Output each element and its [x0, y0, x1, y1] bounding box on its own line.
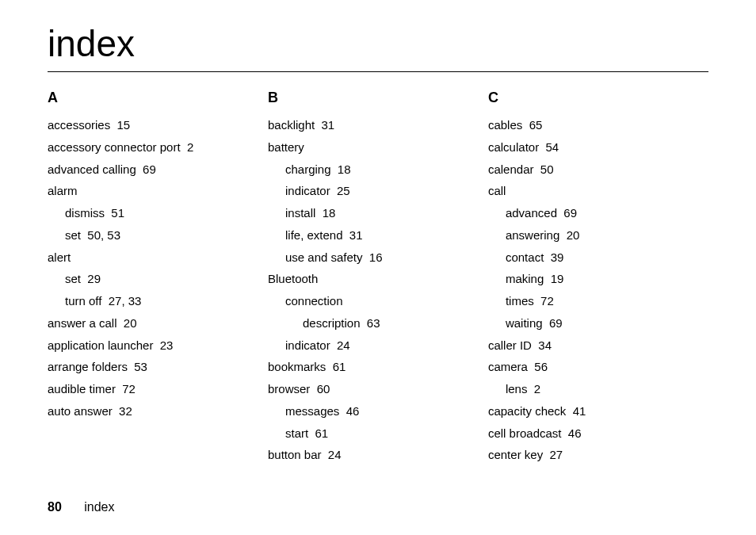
- index-entries: cables 65calculator 54calendar 50calladv…: [488, 114, 693, 466]
- index-letter: A: [48, 90, 252, 106]
- page: index Aaccessories 15accessory connector…: [0, 0, 756, 535]
- index-entry: bookmarks 61: [268, 356, 472, 378]
- index-entry: application launcher 23: [48, 334, 252, 357]
- index-entry: button bar 24: [268, 444, 472, 466]
- index-letter: B: [268, 90, 472, 106]
- index-entry: center key 27: [488, 444, 693, 466]
- index-entry: advanced 69: [488, 202, 693, 224]
- index-column: Aaccessories 15accessory connector port …: [48, 90, 268, 466]
- index-entry: capacity check 41: [488, 400, 693, 422]
- page-number: 80: [48, 500, 62, 514]
- index-entry: set 29: [48, 268, 252, 290]
- index-entry: calendar 50: [488, 159, 693, 181]
- index-entry: answering 20: [488, 224, 693, 246]
- index-entry: battery: [268, 136, 472, 159]
- index-entry: connection: [268, 290, 472, 312]
- index-entry: install 18: [268, 202, 472, 224]
- footer-section: index: [84, 500, 114, 514]
- index-entry: Bluetooth: [268, 268, 472, 290]
- index-entry: set 50, 53: [48, 224, 252, 246]
- index-entry: accessories 15: [48, 114, 252, 136]
- page-footer: 80 index: [48, 500, 115, 514]
- index-entry: audible timer 72: [48, 378, 252, 400]
- index-entry: browser 60: [268, 378, 472, 400]
- index-entry: turn off 27, 33: [48, 290, 252, 312]
- index-entry: arrange folders 53: [48, 356, 252, 378]
- index-entry: lens 2: [488, 378, 693, 400]
- index-entry: backlight 31: [268, 114, 472, 136]
- index-entry: calculator 54: [488, 136, 693, 159]
- index-entry: camera 56: [488, 356, 693, 378]
- index-entry: charging 18: [268, 159, 472, 181]
- index-letter: C: [488, 90, 693, 106]
- index-entry: making 19: [488, 268, 693, 290]
- index-entry: answer a call 20: [48, 312, 252, 334]
- index-entry: alert: [48, 246, 252, 269]
- index-entry: waiting 69: [488, 312, 693, 334]
- index-entry: alarm: [48, 180, 252, 202]
- index-entry: description 63: [268, 312, 472, 334]
- index-entry: times 72: [488, 290, 693, 312]
- index-column: Ccables 65calculator 54calendar 50callad…: [488, 90, 708, 466]
- index-entry: cell broadcast 46: [488, 422, 693, 445]
- index-entry: messages 46: [268, 400, 472, 422]
- index-columns: Aaccessories 15accessory connector port …: [48, 90, 708, 466]
- page-title: index: [48, 22, 708, 65]
- index-entry: use and safety 16: [268, 246, 472, 269]
- index-entry: life, extend 31: [268, 224, 472, 246]
- index-entry: call: [488, 180, 693, 202]
- index-entry: start 61: [268, 422, 472, 445]
- index-entry: indicator 24: [268, 334, 472, 357]
- index-entries: backlight 31batterycharging 18indicator …: [268, 114, 472, 466]
- index-entry: advanced calling 69: [48, 159, 252, 181]
- index-entry: auto answer 32: [48, 400, 252, 422]
- index-entry: caller ID 34: [488, 334, 693, 357]
- title-rule: [48, 71, 708, 72]
- index-entry: accessory connector port 2: [48, 136, 252, 159]
- index-entry: cables 65: [488, 114, 693, 136]
- index-column: Bbacklight 31batterycharging 18indicator…: [268, 90, 488, 466]
- index-entry: contact 39: [488, 246, 693, 269]
- index-entries: accessories 15accessory connector port 2…: [48, 114, 252, 422]
- index-entry: dismiss 51: [48, 202, 252, 224]
- index-entry: indicator 25: [268, 180, 472, 202]
